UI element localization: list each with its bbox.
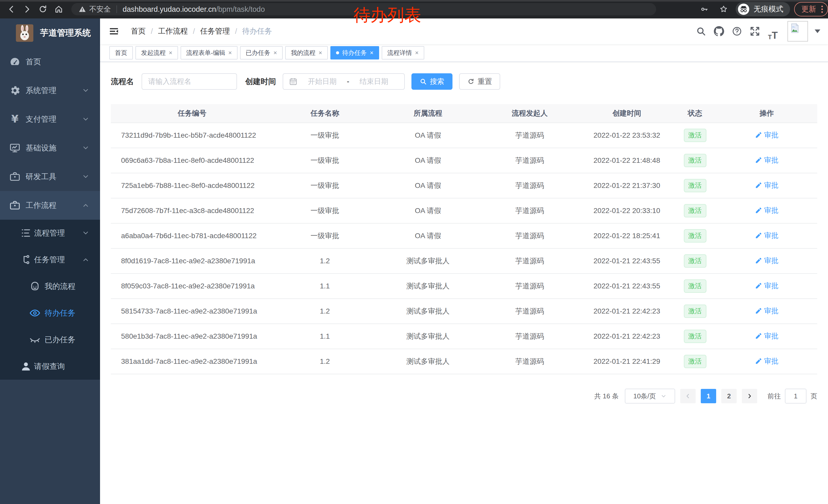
initiator: 芋道源码 — [480, 181, 580, 190]
close-icon[interactable]: × — [169, 50, 172, 56]
approve-link[interactable]: 审批 — [755, 180, 779, 190]
process-name-input[interactable]: 请输入流程名 — [141, 73, 237, 90]
approve-link[interactable]: 审批 — [755, 356, 779, 366]
process-name: 测试多审批人 — [376, 331, 480, 341]
task-name: 1.2 — [273, 257, 376, 265]
process-name: OA 请假 — [376, 131, 480, 140]
tab-待办任务[interactable]: 待办任务 × — [330, 46, 379, 59]
address-bar[interactable]: 不安全 dashboard.yudao.iocoder.cn/bpm/task/… — [71, 3, 656, 15]
approve-link[interactable]: 审批 — [755, 331, 779, 341]
sidebar-item-workflow[interactable]: 工作流程 — [0, 191, 100, 220]
tab-流程表单-编辑[interactable]: 流程表单-编辑 × — [180, 46, 238, 59]
approve-link[interactable]: 审批 — [755, 205, 779, 215]
date-range-separator: - — [347, 78, 349, 86]
tab-已办任务[interactable]: 已办任务 × — [240, 46, 283, 59]
not-secure-icon[interactable] — [79, 5, 86, 13]
prev-page-button[interactable] — [680, 389, 696, 403]
sidebar-submenu: 流程管理 任务管理 我的流程 待办任务 已办任务 请假查询 — [0, 220, 100, 380]
sidebar-item-process-mgmt[interactable]: 流程管理 — [0, 220, 100, 246]
close-icon[interactable]: × — [415, 50, 419, 56]
tab-发起流程[interactable]: 发起流程 × — [135, 46, 178, 59]
gear-icon — [9, 85, 21, 96]
update-label[interactable]: 更新 — [801, 4, 816, 14]
update-button[interactable]: 更新 — [794, 2, 828, 16]
sidebar-item-home[interactable]: 首页 — [0, 47, 100, 76]
chevron-down-icon — [82, 144, 89, 151]
search-button[interactable]: 搜索 — [411, 73, 452, 90]
status-badge: 激活 — [684, 154, 706, 167]
sidebar-item-infra[interactable]: 基础设施 — [0, 134, 100, 162]
sidebar-item-leave-query[interactable]: 请假查询 — [0, 353, 100, 380]
table-row: 725a1eb6-7b88-11ec-8ef0-acde48001122 一级审… — [111, 173, 817, 198]
sidebar-fold-icon[interactable] — [109, 26, 119, 36]
approve-link[interactable]: 审批 — [755, 306, 779, 316]
security-label[interactable]: 不安全 — [89, 4, 111, 14]
tab-首页[interactable]: 首页 × — [109, 46, 133, 59]
task-name: 1.2 — [273, 357, 376, 366]
approve-link[interactable]: 审批 — [755, 231, 779, 240]
approve-link[interactable]: 审批 — [755, 155, 779, 165]
reset-button[interactable]: 重置 — [459, 73, 500, 90]
breadcrumb-item[interactable]: 工作流程 — [158, 26, 188, 36]
sidebar-item-done-task[interactable]: 已办任务 — [0, 326, 100, 353]
breadcrumb-item[interactable]: 首页 — [131, 26, 146, 36]
sidebar: 芋道管理系统 首页 系统管理 ¥ 支付管理 基础设施 研发工具 工作流程 流程管… — [0, 18, 100, 504]
tabs-bar: 首页 × 发起流程 × 流程表单-编辑 × 已办任务 × 我的流程 × 待办任务… — [100, 44, 828, 62]
tree-icon — [20, 254, 32, 266]
next-page-button[interactable] — [742, 389, 757, 403]
sidebar-logo[interactable]: 芋道管理系统 — [0, 18, 100, 47]
close-icon[interactable]: × — [319, 50, 322, 56]
close-icon[interactable]: × — [274, 50, 277, 56]
breadcrumb-item[interactable]: 任务管理 — [200, 26, 230, 36]
end-date-input[interactable]: 结束日期 — [349, 77, 399, 86]
approve-link[interactable]: 审批 — [755, 256, 779, 266]
chevron-down-icon — [82, 87, 89, 94]
browser-menu-icon[interactable] — [821, 6, 823, 13]
close-icon[interactable]: × — [228, 50, 232, 56]
avatar-dropdown-caret[interactable] — [815, 30, 820, 33]
chevron-up-icon — [82, 256, 89, 263]
page-button-2[interactable]: 2 — [721, 389, 737, 403]
avatar[interactable] — [787, 21, 808, 42]
github-icon[interactable] — [710, 22, 728, 40]
table-row: 381aa1dd-7ac8-11ec-a9e2-a2380e71991a 1.2… — [111, 349, 817, 374]
sidebar-item-task-mgmt[interactable]: 任务管理 — [0, 246, 100, 273]
fullscreen-icon[interactable] — [746, 22, 764, 40]
search-icon[interactable] — [692, 22, 710, 40]
bookmark-star-icon[interactable] — [719, 4, 729, 14]
close-icon[interactable]: × — [370, 50, 373, 56]
approve-link[interactable]: 审批 — [755, 130, 779, 140]
browser-forward-icon[interactable] — [22, 4, 32, 14]
font-size-icon[interactable]: TT — [764, 22, 782, 40]
url-divider — [117, 5, 117, 13]
process-name: OA 请假 — [376, 155, 480, 165]
sidebar-item-my-process[interactable]: 我的流程 — [0, 273, 100, 300]
table-row: 75d72608-7b7f-11ec-a3c8-acde48001122 一级审… — [111, 198, 817, 224]
table-row: 58154733-7ac8-11ec-a9e2-a2380e71991a 1.2… — [111, 299, 817, 324]
url-path[interactable]: /bpm/task/todo — [216, 5, 265, 13]
browser-back-icon[interactable] — [7, 4, 16, 14]
list-icon — [20, 227, 32, 239]
sidebar-item-system[interactable]: 系统管理 — [0, 76, 100, 105]
tab-流程详情[interactable]: 流程详情 × — [382, 46, 424, 59]
sidebar-item-devtools[interactable]: 研发工具 — [0, 162, 100, 191]
page-button-1[interactable]: 1 — [701, 389, 716, 403]
briefcase-icon — [9, 199, 21, 211]
tab-我的流程[interactable]: 我的流程 × — [285, 46, 328, 59]
browser-home-icon[interactable] — [54, 4, 64, 14]
browser-reload-icon[interactable] — [38, 4, 48, 14]
chevron-down-icon — [82, 173, 89, 180]
approve-link[interactable]: 审批 — [755, 281, 779, 291]
page-size-select[interactable]: 10条/页 — [625, 388, 675, 404]
sidebar-item-payment[interactable]: ¥ 支付管理 — [0, 105, 100, 134]
table-row: a6aba0a4-7b6d-11ec-b781-acde48001122 一级审… — [111, 224, 817, 249]
password-key-icon[interactable] — [700, 4, 709, 14]
help-icon[interactable] — [728, 22, 746, 40]
edit-pen-icon — [755, 207, 762, 214]
url-host[interactable]: dashboard.yudao.iocoder.cn — [123, 5, 216, 13]
date-range-picker[interactable]: 开始日期 - 结束日期 — [283, 73, 405, 90]
jump-page-input[interactable] — [785, 388, 806, 404]
start-date-input[interactable]: 开始日期 — [297, 77, 347, 86]
sidebar-item-todo-task[interactable]: 待办任务 — [0, 300, 100, 326]
initiator: 芋道源码 — [480, 281, 580, 291]
